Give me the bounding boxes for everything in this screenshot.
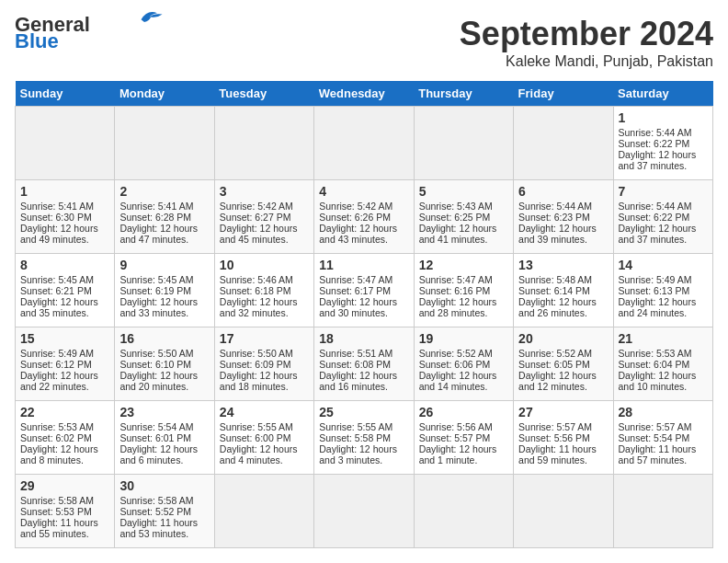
sunset: Sunset: 5:57 PM xyxy=(419,432,491,443)
day-number: 4 xyxy=(319,184,408,199)
calendar-cell xyxy=(314,475,414,548)
daylight: Daylight: 12 hours and 6 minutes. xyxy=(119,443,198,465)
calendar-cell: 23Sunrise: 5:54 AMSunset: 6:01 PMDayligh… xyxy=(115,401,214,475)
day-number: 26 xyxy=(419,405,508,419)
col-header-monday: Monday xyxy=(115,81,214,107)
calendar-cell: 4Sunrise: 5:42 AMSunset: 6:26 PMDaylight… xyxy=(314,180,414,254)
sunrise: Sunrise: 5:51 AM xyxy=(319,348,392,359)
day-number: 7 xyxy=(619,184,708,199)
calendar-cell xyxy=(514,475,613,548)
sunrise: Sunrise: 5:45 AM xyxy=(119,274,193,285)
sunrise: Sunrise: 5:49 AM xyxy=(20,348,94,359)
sunrise: Sunrise: 5:44 AM xyxy=(619,127,692,138)
calendar-cell: 24Sunrise: 5:55 AMSunset: 6:00 PMDayligh… xyxy=(214,401,313,475)
sunset: Sunset: 5:56 PM xyxy=(518,432,590,443)
calendar-cell xyxy=(214,475,313,548)
sunrise: Sunrise: 5:57 AM xyxy=(518,421,592,432)
day-number: 24 xyxy=(220,405,309,419)
page-header: General Blue September 2024 Kaleke Mandi… xyxy=(15,15,713,70)
daylight: Daylight: 12 hours and 30 minutes. xyxy=(319,296,397,318)
day-number: 30 xyxy=(119,478,209,493)
sunset: Sunset: 6:28 PM xyxy=(119,212,191,223)
daylight: Daylight: 12 hours and 14 minutes. xyxy=(419,370,497,392)
calendar-cell: 10Sunrise: 5:46 AMSunset: 6:18 PMDayligh… xyxy=(214,254,313,327)
sunset: Sunset: 6:30 PM xyxy=(20,212,92,223)
sunset: Sunset: 6:26 PM xyxy=(319,212,391,223)
sunset: Sunset: 6:13 PM xyxy=(619,285,690,296)
sunrise: Sunrise: 5:50 AM xyxy=(119,348,193,359)
calendar-cell xyxy=(214,107,313,180)
week-row-2: 1Sunrise: 5:41 AMSunset: 6:30 PMDaylight… xyxy=(16,180,713,254)
daylight: Daylight: 12 hours and 18 minutes. xyxy=(220,370,298,392)
calendar-cell xyxy=(314,107,414,180)
calendar-cell: 15Sunrise: 5:49 AMSunset: 6:12 PMDayligh… xyxy=(16,327,115,401)
sunset: Sunset: 5:53 PM xyxy=(20,506,92,517)
col-header-tuesday: Tuesday xyxy=(214,81,313,107)
daylight: Daylight: 12 hours and 49 minutes. xyxy=(20,223,98,245)
sunrise: Sunrise: 5:44 AM xyxy=(619,201,692,212)
daylight: Daylight: 12 hours and 16 minutes. xyxy=(319,370,397,392)
daylight: Daylight: 12 hours and 1 minute. xyxy=(419,443,497,465)
day-number: 27 xyxy=(518,405,608,419)
sunrise: Sunrise: 5:44 AM xyxy=(518,201,592,212)
calendar-cell xyxy=(514,107,613,180)
title-block: September 2024 Kaleke Mandi, Punjab, Pak… xyxy=(460,15,713,70)
sunrise: Sunrise: 5:45 AM xyxy=(20,274,94,285)
day-number: 28 xyxy=(619,405,708,419)
daylight: Daylight: 12 hours and 47 minutes. xyxy=(119,223,198,245)
sunset: Sunset: 6:27 PM xyxy=(220,212,291,223)
sunset: Sunset: 6:21 PM xyxy=(20,285,92,296)
day-number: 29 xyxy=(20,478,109,493)
calendar-table: SundayMondayTuesdayWednesdayThursdayFrid… xyxy=(15,81,713,548)
calendar-cell xyxy=(414,475,513,548)
day-number: 12 xyxy=(419,258,508,272)
day-number: 15 xyxy=(20,331,109,346)
day-number: 19 xyxy=(419,331,508,346)
daylight: Daylight: 11 hours and 55 minutes. xyxy=(20,517,98,539)
day-number: 22 xyxy=(20,405,109,419)
sunset: Sunset: 6:23 PM xyxy=(518,212,590,223)
sunrise: Sunrise: 5:55 AM xyxy=(319,421,392,432)
sunrise: Sunrise: 5:56 AM xyxy=(419,421,493,432)
calendar-cell xyxy=(115,107,214,180)
daylight: Daylight: 12 hours and 10 minutes. xyxy=(619,370,697,392)
calendar-cell: 7Sunrise: 5:44 AMSunset: 6:22 PMDaylight… xyxy=(613,180,712,254)
sunset: Sunset: 6:14 PM xyxy=(518,285,590,296)
sunrise: Sunrise: 5:47 AM xyxy=(419,274,493,285)
day-number: 23 xyxy=(119,405,209,419)
sunrise: Sunrise: 5:48 AM xyxy=(518,274,592,285)
week-row-6: 29Sunrise: 5:58 AMSunset: 5:53 PMDayligh… xyxy=(16,475,713,548)
daylight: Daylight: 12 hours and 43 minutes. xyxy=(319,223,397,245)
month-title: September 2024 xyxy=(460,15,713,53)
day-number: 1 xyxy=(20,184,109,199)
calendar-cell: 17Sunrise: 5:50 AMSunset: 6:09 PMDayligh… xyxy=(214,327,313,401)
sunrise: Sunrise: 5:42 AM xyxy=(319,201,392,212)
sunset: Sunset: 6:19 PM xyxy=(119,285,191,296)
calendar-cell xyxy=(613,475,712,548)
day-number: 1 xyxy=(619,110,708,125)
sunrise: Sunrise: 5:41 AM xyxy=(20,201,94,212)
sunrise: Sunrise: 5:52 AM xyxy=(518,348,592,359)
sunrise: Sunrise: 5:53 AM xyxy=(619,348,692,359)
sunset: Sunset: 6:05 PM xyxy=(518,359,590,370)
calendar-cell: 29Sunrise: 5:58 AMSunset: 5:53 PMDayligh… xyxy=(16,475,115,548)
sunset: Sunset: 6:04 PM xyxy=(619,359,690,370)
sunrise: Sunrise: 5:58 AM xyxy=(20,495,94,506)
daylight: Daylight: 12 hours and 22 minutes. xyxy=(20,370,98,392)
sunset: Sunset: 6:12 PM xyxy=(20,359,92,370)
sunrise: Sunrise: 5:54 AM xyxy=(119,421,193,432)
day-number: 10 xyxy=(220,258,309,272)
calendar-cell: 16Sunrise: 5:50 AMSunset: 6:10 PMDayligh… xyxy=(115,327,214,401)
week-row-5: 22Sunrise: 5:53 AMSunset: 6:02 PMDayligh… xyxy=(16,401,713,475)
daylight: Daylight: 12 hours and 24 minutes. xyxy=(619,296,697,318)
calendar-cell: 19Sunrise: 5:52 AMSunset: 6:06 PMDayligh… xyxy=(414,327,513,401)
calendar-cell: 6Sunrise: 5:44 AMSunset: 6:23 PMDaylight… xyxy=(514,180,613,254)
sunset: Sunset: 5:58 PM xyxy=(319,432,391,443)
sunrise: Sunrise: 5:57 AM xyxy=(619,421,692,432)
sunset: Sunset: 6:06 PM xyxy=(419,359,491,370)
sunrise: Sunrise: 5:53 AM xyxy=(20,421,94,432)
week-row-1: 1Sunrise: 5:44 AMSunset: 6:22 PMDaylight… xyxy=(16,107,713,180)
calendar-cell: 20Sunrise: 5:52 AMSunset: 6:05 PMDayligh… xyxy=(514,327,613,401)
sunset: Sunset: 6:02 PM xyxy=(20,432,92,443)
day-number: 9 xyxy=(119,258,209,272)
